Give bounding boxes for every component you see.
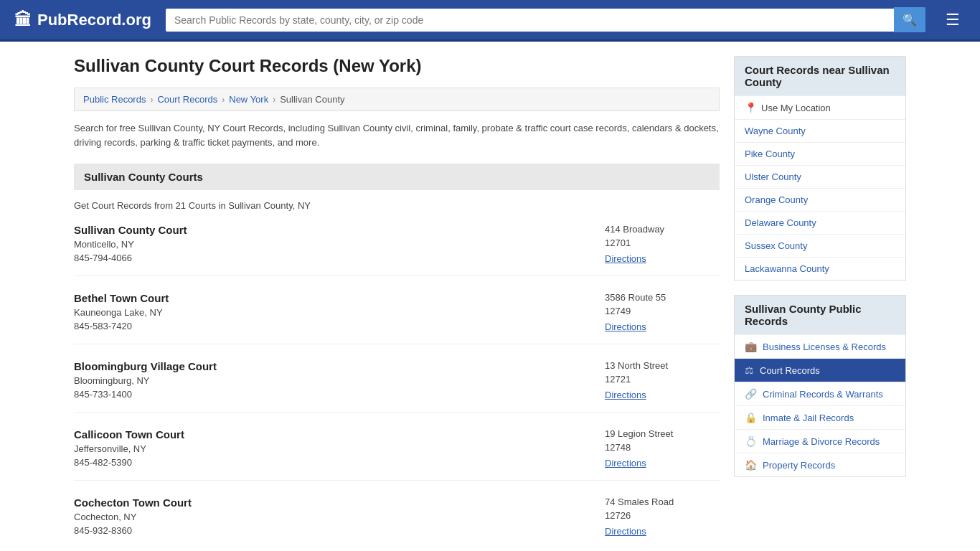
directions-link[interactable]: Directions [605, 526, 646, 537]
page-title: Sullivan County Court Records (New York) [74, 56, 720, 76]
courts-count: Get Court Records from 21 Courts in Sull… [74, 200, 720, 211]
court-zip: 12721 [605, 374, 720, 385]
court-city: Bloomingburg, NY [74, 375, 217, 386]
pub-record-link[interactable]: Inmate & Jail Records [763, 413, 854, 423]
court-left-3: Callicoon Town Court Jeffersonville, NY … [74, 428, 184, 468]
courts-list: Sullivan County Court Monticello, NY 845… [74, 224, 720, 548]
breadcrumb-new-york[interactable]: New York [229, 94, 268, 105]
court-left-0: Sullivan County Court Monticello, NY 845… [74, 224, 187, 264]
location-pin-icon: 📍 [745, 102, 757, 113]
court-zip: 12726 [605, 510, 720, 521]
court-right-4: 74 Smales Road 12726 Directions [605, 496, 720, 537]
court-city: Jeffersonville, NY [74, 443, 184, 454]
court-right-3: 19 Legion Street 12748 Directions [605, 428, 720, 468]
court-entry: Cochecton Town Court Cochecton, NY 845-9… [74, 496, 720, 548]
search-area: 🔍 [166, 7, 925, 32]
nearby-courts-title: Court Records near Sullivan County [735, 57, 905, 95]
court-phone: 845-794-4066 [74, 253, 187, 263]
pub-record-link[interactable]: Marriage & Divorce Records [763, 436, 880, 447]
nearby-courts-list: 📍 Use My Location Wayne CountyPike Count… [735, 95, 905, 280]
nearby-county-link[interactable]: Pike County [745, 149, 795, 159]
nearby-county-item[interactable]: Sussex County [735, 234, 905, 257]
breadcrumb-court-records[interactable]: Court Records [157, 94, 217, 105]
nearby-county-item[interactable]: Wayne County [735, 119, 905, 142]
court-name: Bethel Town Court [74, 292, 169, 304]
public-record-item[interactable]: 🏠 Property Records [735, 453, 905, 476]
public-record-item[interactable]: ⚖ Court Records [735, 358, 905, 382]
menu-icon: ☰ [946, 11, 960, 29]
search-input[interactable] [166, 9, 894, 32]
nearby-county-link[interactable]: Ulster County [745, 171, 801, 182]
court-phone: 845-932-8360 [74, 525, 192, 536]
public-records-section: Sullivan County Public Records 💼 Busines… [734, 295, 906, 477]
breadcrumb-sep-2: › [222, 95, 225, 105]
court-right-1: 3586 Route 55 12749 Directions [605, 292, 720, 332]
nearby-county-link[interactable]: Orange County [745, 194, 808, 205]
logo-icon: 🏛 [14, 10, 32, 30]
court-zip: 12749 [605, 306, 720, 316]
public-records-list: 💼 Business Licenses & Records ⚖ Court Re… [735, 334, 905, 476]
court-entry: Sullivan County Court Monticello, NY 845… [74, 224, 720, 276]
court-address: 414 Broadway [605, 224, 720, 235]
nearby-county-item[interactable]: Pike County [735, 142, 905, 165]
nearby-county-item[interactable]: Orange County [735, 188, 905, 211]
court-zip: 12748 [605, 442, 720, 453]
pub-record-icon: 🏠 [745, 459, 757, 471]
main-container: Sullivan County Court Records (New York)… [60, 42, 920, 551]
nearby-county-item[interactable]: Ulster County [735, 165, 905, 188]
court-right-2: 13 North Street 12721 Directions [605, 360, 720, 400]
search-button[interactable]: 🔍 [894, 7, 925, 32]
sidebar: Court Records near Sullivan County 📍 Use… [734, 56, 906, 551]
nearby-county-link[interactable]: Sussex County [745, 240, 807, 251]
court-address: 74 Smales Road [605, 496, 720, 507]
pub-record-link[interactable]: Business Licenses & Records [763, 342, 886, 352]
court-address: 3586 Route 55 [605, 292, 720, 303]
logo-text: PubRecord.org [37, 11, 151, 29]
directions-link[interactable]: Directions [605, 458, 646, 468]
court-name: Sullivan County Court [74, 224, 187, 236]
court-right-0: 414 Broadway 12701 Directions [605, 224, 720, 264]
content-area: Sullivan County Court Records (New York)… [74, 56, 720, 551]
court-address: 19 Legion Street [605, 428, 720, 439]
directions-link[interactable]: Directions [605, 321, 646, 332]
pub-record-link[interactable]: Criminal Records & Warrants [763, 389, 883, 400]
logo[interactable]: 🏛 PubRecord.org [14, 10, 151, 30]
court-phone: 845-733-1400 [74, 389, 217, 400]
public-records-title: Sullivan County Public Records [735, 296, 905, 334]
nearby-county-item[interactable]: Delaware County [735, 211, 905, 234]
nearby-county-link[interactable]: Wayne County [745, 126, 806, 136]
public-record-item[interactable]: 💼 Business Licenses & Records [735, 334, 905, 358]
public-record-item[interactable]: 🔒 Inmate & Jail Records [735, 405, 905, 429]
directions-link[interactable]: Directions [605, 253, 646, 264]
pub-record-icon: 🔒 [745, 412, 757, 423]
breadcrumb-sep-3: › [273, 95, 275, 105]
court-phone: 845-482-5390 [74, 457, 184, 468]
use-my-location[interactable]: 📍 Use My Location [735, 95, 905, 119]
breadcrumb-public-records[interactable]: Public Records [83, 94, 146, 105]
public-record-item[interactable]: 🔗 Criminal Records & Warrants [735, 382, 905, 405]
pub-record-link[interactable]: Property Records [763, 460, 835, 471]
use-location-label: Use My Location [761, 103, 831, 113]
page-description: Search for free Sullivan County, NY Cour… [74, 121, 720, 149]
nearby-county-link[interactable]: Delaware County [745, 217, 816, 228]
court-left-4: Cochecton Town Court Cochecton, NY 845-9… [74, 496, 192, 537]
nearby-county-item[interactable]: Lackawanna County [735, 257, 905, 280]
court-address: 13 North Street [605, 360, 720, 371]
court-city: Kauneonga Lake, NY [74, 307, 169, 318]
directions-link[interactable]: Directions [605, 390, 646, 400]
site-header: 🏛 PubRecord.org 🔍 ☰ [0, 0, 980, 39]
court-name: Callicoon Town Court [74, 428, 184, 441]
court-name: Cochecton Town Court [74, 496, 192, 509]
menu-button[interactable]: ☰ [940, 8, 966, 32]
public-record-item[interactable]: 💍 Marriage & Divorce Records [735, 429, 905, 453]
court-left-1: Bethel Town Court Kauneonga Lake, NY 845… [74, 292, 169, 332]
court-phone: 845-583-7420 [74, 321, 169, 331]
breadcrumb: Public Records › Court Records › New Yor… [74, 88, 720, 111]
court-entry: Bethel Town Court Kauneonga Lake, NY 845… [74, 292, 720, 344]
pub-record-icon: 💼 [745, 341, 757, 352]
pub-record-icon: 🔗 [745, 388, 757, 400]
nearby-county-link[interactable]: Lackawanna County [745, 263, 829, 274]
search-icon: 🔍 [903, 14, 917, 26]
breadcrumb-sep-1: › [150, 95, 153, 105]
pub-record-link[interactable]: Court Records [760, 365, 820, 376]
